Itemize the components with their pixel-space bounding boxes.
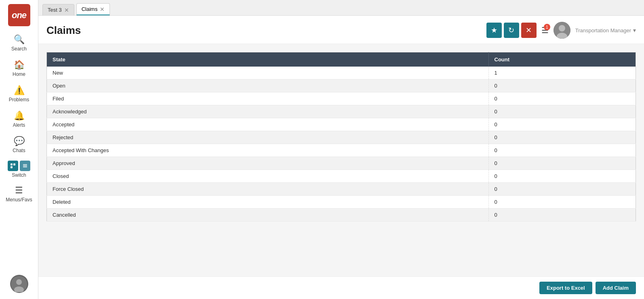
cell-count: 0	[488, 170, 636, 183]
cell-state: Force Closed	[47, 183, 489, 196]
problems-icon: ⚠️	[14, 85, 25, 96]
toolbar-buttons: ★ ↻ ✕	[486, 23, 537, 38]
tab-test3[interactable]: Test 3 ✕	[42, 4, 74, 15]
svg-point-10	[559, 25, 565, 31]
cell-state: Closed	[47, 170, 489, 183]
cell-count: 0	[488, 196, 636, 209]
svg-rect-4	[23, 165, 27, 166]
close-button[interactable]: ✕	[521, 23, 537, 38]
close-icon: ✕	[526, 26, 532, 35]
menu-button[interactable]: ☰ 1	[541, 25, 549, 35]
table-row[interactable]: Filed0	[47, 92, 636, 105]
sidebar-label-problems: Problems	[9, 97, 29, 102]
cell-count: 0	[488, 131, 636, 144]
svg-rect-3	[23, 164, 27, 165]
cell-count: 0	[488, 79, 636, 92]
user-name-dropdown[interactable]: Transportation Manager ▾	[575, 27, 636, 33]
cell-state: Accepted	[47, 118, 489, 131]
sidebar-label-switch: Switch	[12, 172, 26, 178]
add-claim-button[interactable]: Add Claim	[596, 282, 636, 294]
table-row[interactable]: Deleted0	[47, 196, 636, 209]
table-row[interactable]: Accepted0	[47, 118, 636, 131]
svg-rect-0	[11, 163, 13, 165]
cell-state: Accepted With Changes	[47, 144, 489, 157]
tab-claims-close[interactable]: ✕	[100, 6, 105, 12]
content-header: Claims ★ ↻ ✕ ☰ 1	[38, 16, 644, 44]
sidebar-item-switch[interactable]: Switch	[8, 157, 30, 181]
tab-claims-label: Claims	[82, 6, 98, 12]
svg-rect-5	[23, 167, 27, 167]
svg-point-7	[16, 279, 22, 285]
export-to-excel-button[interactable]: Export to Excel	[539, 282, 592, 294]
tab-test3-close[interactable]: ✕	[64, 7, 69, 13]
table-row[interactable]: Open0	[47, 79, 636, 92]
switch-icons	[8, 161, 30, 171]
sidebar-label-search: Search	[11, 46, 27, 52]
bottom-avatar[interactable]	[10, 275, 28, 293]
home-icon: 🏠	[14, 60, 25, 70]
svg-rect-1	[13, 163, 15, 165]
sidebar: one 🔍 Search 🏠 Home ⚠️ Problems 🔔 Alerts…	[0, 0, 38, 299]
table-row[interactable]: Cancelled0	[47, 209, 636, 222]
cell-count: 0	[488, 209, 636, 222]
user-name: Transportation Manager	[575, 27, 631, 33]
favorite-button[interactable]: ★	[486, 23, 502, 38]
table-body: New1Open0Filed0Acknowledged0Accepted0Rej…	[47, 67, 636, 222]
tab-test3-label: Test 3	[48, 7, 62, 13]
column-header-state: State	[47, 52, 489, 67]
column-header-count: Count	[488, 52, 636, 67]
chats-icon: 💬	[14, 136, 25, 146]
cell-count: 0	[488, 118, 636, 131]
app-logo[interactable]: one	[8, 4, 30, 26]
svg-rect-2	[11, 166, 13, 168]
cell-state: Acknowledged	[47, 105, 489, 118]
cell-state: Filed	[47, 92, 489, 105]
cell-state: Deleted	[47, 196, 489, 209]
sidebar-label-home: Home	[13, 71, 25, 77]
sidebar-item-menus[interactable]: ☰ Menus/Favs	[0, 181, 38, 207]
cell-count: 0	[488, 144, 636, 157]
table-row[interactable]: Acknowledged0	[47, 105, 636, 118]
table-row[interactable]: Approved0	[47, 157, 636, 170]
cell-state: Open	[47, 79, 489, 92]
menus-icon: ☰	[15, 185, 23, 196]
star-icon: ★	[491, 26, 497, 35]
sidebar-item-home[interactable]: 🏠 Home	[0, 56, 38, 81]
refresh-icon: ↻	[508, 26, 514, 35]
notification-badge: 1	[544, 24, 550, 30]
content-footer: Export to Excel Add Claim	[38, 276, 644, 299]
switch-icon-2	[20, 161, 30, 171]
sidebar-item-problems[interactable]: ⚠️ Problems	[0, 81, 38, 107]
table-row[interactable]: New1	[47, 67, 636, 79]
dropdown-arrow-icon: ▾	[633, 27, 636, 33]
switch-icon-1	[8, 161, 18, 171]
table-row[interactable]: Rejected0	[47, 131, 636, 144]
claims-table: State Count New1Open0Filed0Acknowledged0…	[46, 52, 636, 222]
cell-state: Rejected	[47, 131, 489, 144]
sidebar-item-search[interactable]: 🔍 Search	[0, 30, 38, 56]
sidebar-label-chats: Chats	[13, 148, 25, 153]
sidebar-label-menus: Menus/Favs	[6, 197, 32, 203]
search-icon: 🔍	[14, 34, 25, 45]
tabs-bar: Test 3 ✕ Claims ✕	[38, 0, 644, 16]
sidebar-item-alerts[interactable]: 🔔 Alerts	[0, 107, 38, 132]
table-container: State Count New1Open0Filed0Acknowledged0…	[38, 44, 644, 276]
sidebar-label-alerts: Alerts	[13, 122, 25, 128]
user-avatar[interactable]	[554, 22, 570, 39]
cell-state: New	[47, 67, 489, 79]
page-title: Claims	[46, 24, 81, 37]
table-row[interactable]: Accepted With Changes0	[47, 144, 636, 157]
tab-claims[interactable]: Claims ✕	[76, 3, 110, 15]
cell-count: 0	[488, 157, 636, 170]
cell-count: 0	[488, 105, 636, 118]
cell-count: 0	[488, 183, 636, 196]
alerts-icon: 🔔	[14, 111, 25, 121]
content-area: Claims ★ ↻ ✕ ☰ 1	[38, 16, 644, 299]
header-right: ★ ↻ ✕ ☰ 1	[486, 22, 636, 39]
refresh-button[interactable]: ↻	[504, 23, 519, 38]
main-area: Test 3 ✕ Claims ✕ Claims ★ ↻ ✕	[38, 0, 644, 299]
table-row[interactable]: Force Closed0	[47, 183, 636, 196]
sidebar-item-chats[interactable]: 💬 Chats	[0, 132, 38, 157]
table-row[interactable]: Closed0	[47, 170, 636, 183]
header-row: State Count	[47, 52, 636, 67]
